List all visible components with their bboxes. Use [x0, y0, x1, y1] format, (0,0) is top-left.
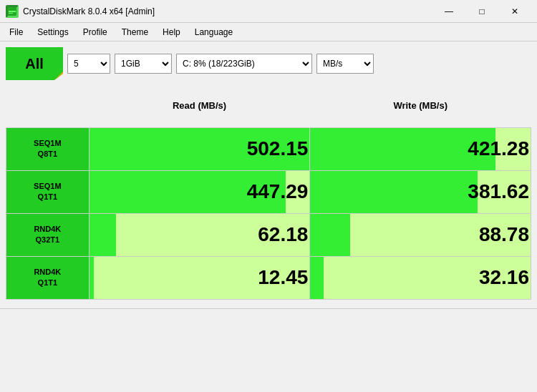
row-label-1: SEQ1MQ1T1 [6, 170, 90, 213]
controls-row: All 5 1 3 10 1GiB 512MiB 2GiB 4GiB C: 8%… [6, 47, 531, 80]
app-icon [6, 5, 19, 18]
main-content: All 5 1 3 10 1GiB 512MiB 2GiB 4GiB C: 8%… [0, 41, 537, 305]
menu-theme[interactable]: Theme [115, 25, 155, 39]
row-label-3: RND4KQ1T1 [6, 256, 90, 299]
menu-language[interactable]: Language [188, 25, 239, 39]
col-read: Read (MB/s) [89, 84, 310, 127]
window-controls: — □ ✕ [432, 0, 531, 23]
table-row: SEQ1MQ1T1447.29381.62 [6, 170, 531, 213]
unit-select[interactable]: MB/s GB/s IOPS μs [316, 54, 374, 74]
menu-profile[interactable]: Profile [77, 25, 114, 39]
status-bar [0, 308, 537, 327]
read-value-1: 447.29 [89, 170, 310, 213]
table-row: RND4KQ32T162.1888.78 [6, 213, 531, 256]
svg-rect-1 [9, 11, 16, 12]
close-button[interactable]: ✕ [498, 0, 531, 23]
svg-rect-2 [9, 13, 13, 14]
read-value-2: 62.18 [89, 213, 310, 256]
col-write: Write (MB/s) [310, 84, 531, 127]
write-value-0: 421.28 [310, 127, 531, 170]
write-value-3: 32.16 [310, 256, 531, 299]
all-button[interactable]: All [6, 47, 63, 80]
table-row: RND4KQ1T112.4532.16 [6, 256, 531, 299]
minimize-button[interactable]: — [432, 0, 465, 23]
drive-select[interactable]: C: 8% (18/223GiB) [176, 54, 312, 74]
count-select[interactable]: 5 1 3 10 [67, 54, 110, 74]
menu-file[interactable]: File [3, 25, 29, 39]
table-row: SEQ1MQ8T1502.15421.28 [6, 127, 531, 170]
menu-bar: File Settings Profile Theme Help Languag… [0, 23, 537, 41]
menu-help[interactable]: Help [156, 25, 187, 39]
read-value-3: 12.45 [89, 256, 310, 299]
size-select[interactable]: 1GiB 512MiB 2GiB 4GiB [115, 54, 172, 74]
read-value-0: 502.15 [89, 127, 310, 170]
write-value-2: 88.78 [310, 213, 531, 256]
maximize-button[interactable]: □ [465, 0, 498, 23]
window-title: CrystalDiskMark 8.0.4 x64 [Admin] [23, 6, 155, 16]
row-label-2: RND4KQ32T1 [6, 213, 90, 256]
write-value-1: 381.62 [310, 170, 531, 213]
row-label-0: SEQ1MQ8T1 [6, 127, 90, 170]
menu-settings[interactable]: Settings [31, 25, 74, 39]
title-bar: CrystalDiskMark 8.0.4 x64 [Admin] — □ ✕ [0, 0, 537, 23]
results-table: Read (MB/s) Write (MB/s) SEQ1MQ8T1502.15… [6, 84, 531, 300]
